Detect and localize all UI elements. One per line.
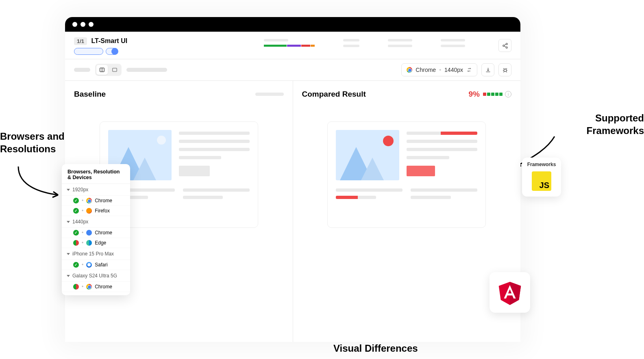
firefox-icon: [86, 208, 92, 214]
view-split-icon[interactable]: [96, 65, 108, 75]
chip-browser-label: Chrome: [416, 67, 436, 73]
window-control-maximize[interactable]: [89, 22, 94, 27]
popover-browser-item[interactable]: •Edge: [62, 238, 130, 248]
window-titlebar: [65, 17, 520, 32]
popover-title: Browsers, Resolution & Devices: [62, 169, 130, 184]
count-badge: 1/1: [74, 37, 87, 45]
chrome-icon: [86, 198, 92, 203]
popover-browser-item[interactable]: •Safari: [62, 260, 130, 270]
tag-pills: [74, 48, 127, 55]
status-pass-icon: [73, 262, 79, 268]
safari-icon: [86, 262, 92, 268]
status-mixed-icon: [73, 284, 79, 290]
download-button[interactable]: [481, 63, 494, 76]
popover-group-header[interactable]: 1440px: [62, 216, 130, 228]
compared-preview-card: [327, 121, 486, 228]
baseline-header-placeholder: [255, 93, 284, 96]
tag-pill[interactable]: [74, 48, 103, 55]
chevron-down-icon: [67, 221, 70, 223]
chrome-blue-icon: [86, 230, 92, 236]
stat-label-placeholder: [343, 39, 359, 41]
svg-line-3: [504, 44, 506, 45]
svg-point-1: [503, 45, 504, 46]
browser-name: Chrome: [95, 198, 112, 203]
stat-value-placeholder: [343, 45, 359, 47]
svg-rect-7: [113, 68, 117, 71]
js-framework-tile[interactable]: JS: [532, 171, 551, 191]
header-stats: [264, 37, 511, 52]
browser-name: Edge: [95, 240, 106, 246]
stat-label-placeholder: [388, 39, 412, 41]
popover-browser-item[interactable]: •Chrome: [62, 282, 130, 292]
stat-value-placeholder: [388, 45, 412, 47]
toolbar: Chrome • 1440px: [65, 59, 520, 81]
swap-icon: [466, 67, 472, 73]
browser-name: Safari: [95, 262, 107, 268]
status-pass-icon: [73, 230, 79, 236]
baseline-text-lines: [179, 130, 250, 180]
stat-label-placeholder: [441, 39, 465, 41]
status-mixed-icon: [73, 240, 79, 246]
status-pass-icon: [73, 198, 79, 203]
stat-label-placeholder: [264, 39, 288, 41]
status-pass-icon: [73, 208, 79, 214]
compared-title: Compared Result: [302, 90, 366, 99]
tag-pill-toggle[interactable]: [106, 48, 118, 55]
view-mode-toggle[interactable]: [95, 64, 122, 76]
app-header: 1/1 LT-Smart UI: [65, 32, 520, 59]
arrow-browsers: [14, 162, 63, 203]
frameworks-card: Frameworks JS: [522, 158, 561, 197]
chrome-icon: [86, 284, 92, 290]
status-breakdown-bar: [264, 45, 315, 47]
svg-point-0: [506, 43, 507, 45]
compared-preview-image: [336, 130, 399, 180]
chevron-down-icon: [67, 275, 70, 277]
view-single-icon[interactable]: [109, 65, 120, 75]
svg-point-8: [504, 69, 506, 71]
stat-value-placeholder: [441, 45, 465, 47]
browser-name: Chrome: [95, 230, 112, 236]
chip-resolution-label: 1440px: [444, 67, 463, 73]
chevron-down-icon: [67, 253, 70, 255]
svg-point-2: [506, 47, 507, 48]
browsers-resolution-popover[interactable]: Browsers, Resolution & Devices 1920px•Ch…: [62, 164, 130, 295]
browser-name: Firefox: [95, 208, 110, 214]
popover-browser-item[interactable]: •Firefox: [62, 206, 130, 216]
baseline-title: Baseline: [74, 90, 106, 99]
svg-line-4: [504, 46, 506, 47]
diff-severity-bars: [483, 93, 503, 96]
compared-pane: Compared Result 9% i: [293, 81, 521, 342]
info-icon[interactable]: i: [505, 91, 511, 97]
diff-percentage: 9%: [469, 90, 480, 99]
browser-name: Chrome: [95, 284, 112, 290]
toolbar-placeholder: [74, 68, 90, 72]
popover-browser-item[interactable]: •Chrome: [62, 228, 130, 238]
comparison-container: Baseline: [65, 81, 520, 342]
annotation-supported-frameworks: Supported Frameworks: [587, 112, 644, 137]
popover-group-header[interactable]: 1920px: [62, 184, 130, 196]
window-control-close[interactable]: [72, 22, 77, 27]
edge-icon: [86, 240, 92, 246]
angular-icon: [497, 279, 522, 306]
chrome-icon: [407, 67, 412, 73]
project-title: LT-Smart UI: [91, 37, 128, 44]
share-button[interactable]: [498, 39, 511, 52]
chevron-down-icon: [67, 189, 70, 191]
toolbar-placeholder: [126, 68, 167, 72]
svg-marker-10: [510, 282, 521, 305]
window-control-minimize[interactable]: [80, 22, 85, 27]
popover-browser-item[interactable]: •Chrome: [62, 196, 130, 206]
angular-framework-tile[interactable]: [490, 272, 530, 313]
annotation-visual-differences: Visual Differences: [333, 342, 418, 355]
popover-group-header[interactable]: iPhone 15 Pro Max: [62, 248, 130, 260]
popover-group-header[interactable]: Galaxy S24 Ultra 5G: [62, 270, 130, 282]
annotation-browsers-resolutions: Browsers and Resolutions: [0, 130, 65, 155]
app-window: 1/1 LT-Smart UI: [65, 17, 520, 342]
bug-button[interactable]: [498, 63, 511, 76]
compared-text-lines: [407, 130, 477, 180]
frameworks-label: Frameworks: [526, 162, 557, 167]
browser-resolution-chip[interactable]: Chrome • 1440px: [401, 63, 477, 76]
